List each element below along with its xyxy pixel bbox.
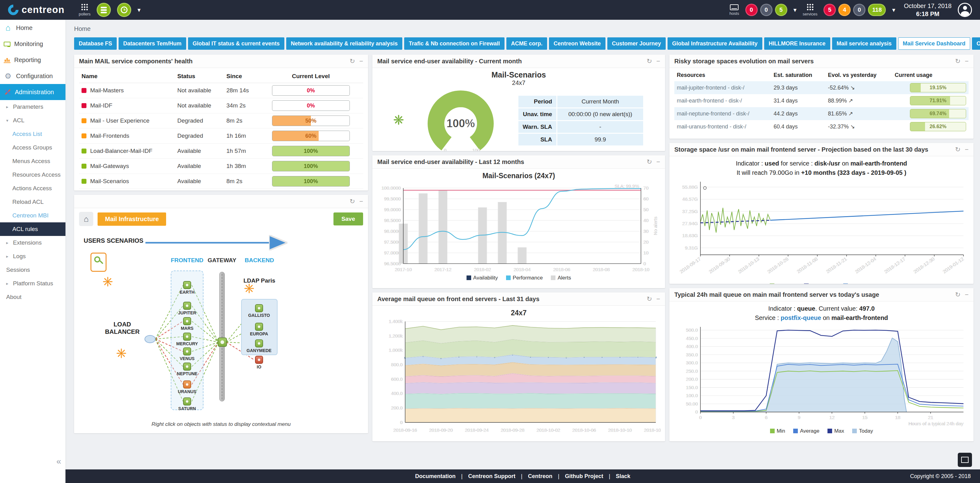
table-row[interactable]: Load-Balancer-Mail-IDFAvailable1h 57m100… (79, 143, 363, 159)
host-status-badge[interactable]: 0 (760, 4, 773, 16)
collapse-icon[interactable] (965, 57, 969, 65)
tab-global-it-status-current-events[interactable]: Global IT status & current events (188, 37, 284, 50)
sidebar-item-home[interactable]: Home (0, 20, 65, 36)
sidebar-item-access-groups[interactable]: Access Groups (0, 141, 65, 155)
load-balancer-node[interactable] (145, 335, 156, 343)
service-status-badge[interactable]: 5 (824, 4, 836, 16)
node-mars[interactable] (183, 317, 191, 325)
host-status-badge[interactable]: 5 (775, 4, 788, 16)
tab-acme-corp[interactable]: ACME corp. (506, 37, 547, 50)
centreon-logo[interactable]: centreon (8, 4, 65, 16)
sidebar-item-sessions[interactable]: Sessions (0, 263, 65, 277)
table-row[interactable]: mail-neptune-frontend - disk-/44.2 days8… (675, 107, 969, 120)
table-row[interactable]: Mail - User ExperienceDegraded8m 2s50% (79, 113, 363, 129)
sidebar-item-actions-access[interactable]: Actions Access (0, 182, 65, 195)
pollers-menu[interactable]: pollers (79, 3, 91, 16)
sidebar-item-resources-access[interactable]: Resources Access (0, 168, 65, 182)
user-profile-icon[interactable] (958, 3, 972, 17)
tab-centreon-website[interactable]: Centreon Website (549, 37, 606, 50)
sidebar-item-platform-status[interactable]: Platform Status (0, 277, 65, 290)
node-europa[interactable] (255, 323, 263, 331)
footer-link-centreon[interactable]: Centreon (528, 473, 552, 480)
refresh-icon[interactable] (646, 158, 652, 166)
node-uranus[interactable] (183, 381, 191, 389)
node-mercury[interactable] (183, 333, 191, 341)
fullscreen-button[interactable] (958, 453, 972, 467)
sidebar-item-logs[interactable]: Logs (0, 250, 65, 263)
refresh-icon[interactable] (646, 57, 652, 65)
refresh-icon[interactable] (955, 57, 961, 65)
chevron-down-icon[interactable] (892, 7, 895, 13)
service-status-badge[interactable]: 4 (838, 4, 851, 16)
tab-mail-service-analysis[interactable]: Mail service analysis (832, 37, 896, 50)
chevron-down-icon[interactable] (137, 7, 140, 13)
node-neptune[interactable] (183, 363, 191, 371)
collapse-icon[interactable] (656, 158, 660, 166)
node-venus[interactable] (183, 348, 191, 355)
poller-database-icon[interactable] (97, 3, 111, 17)
table-row[interactable]: Mail-MastersNot available28m 14s0% (79, 83, 363, 98)
tab-hillmore-insurance[interactable]: HILLMORE Insurance (764, 37, 830, 50)
service-status-badge[interactable]: 0 (853, 4, 865, 16)
service-status-badge[interactable]: 118 (868, 4, 886, 16)
footer-link-centreon-support[interactable]: Centreon Support (468, 473, 515, 480)
node-gallisto[interactable] (255, 304, 263, 312)
tab-network-availability-reliability-analysis[interactable]: Network availability & reliability analy… (286, 37, 402, 50)
save-button[interactable]: Save (334, 212, 363, 225)
sidebar-collapse-button[interactable]: « (56, 456, 61, 466)
tab-open-tickets[interactable]: Open Tickets (972, 37, 980, 50)
footer-link-github-project[interactable]: Github Project (565, 473, 603, 480)
table-row[interactable]: mail-uranus-frontend - disk-/60.4 days-3… (675, 120, 969, 133)
map-title-badge[interactable]: Mail Infrastructure (97, 212, 166, 226)
hosts-status-menu[interactable]: hosts (730, 4, 739, 16)
sidebar-item-administration[interactable]: Administration (0, 84, 65, 100)
services-status-menu[interactable]: services (803, 3, 818, 16)
collapse-icon[interactable] (965, 291, 969, 298)
map-home-button[interactable] (79, 212, 93, 226)
node-saturn[interactable] (183, 397, 191, 405)
collapse-icon[interactable] (360, 57, 363, 65)
refresh-icon[interactable] (350, 198, 355, 205)
refresh-icon[interactable] (955, 291, 961, 298)
sidebar-item-parameters[interactable]: Parameters (0, 100, 65, 114)
table-row[interactable]: Mail-BackendsAvailable56m 11s100% (79, 189, 363, 191)
sidebar-item-configuration[interactable]: Configuration (0, 68, 65, 84)
tab-database-fs[interactable]: Database FS (74, 37, 117, 50)
tab-customer-journey[interactable]: Customer Journey (607, 37, 666, 50)
collapse-icon[interactable] (965, 146, 969, 153)
sidebar-item-reporting[interactable]: Reporting (0, 52, 65, 68)
refresh-icon[interactable] (350, 57, 355, 65)
table-row[interactable]: mail-jupiter-frontend - disk-/29.3 days-… (675, 81, 969, 94)
collapse-icon[interactable] (360, 198, 363, 205)
tab-datacenters-tem-hum[interactable]: Datacenters Tem/Hum (119, 37, 186, 50)
collapse-icon[interactable] (656, 57, 660, 65)
sidebar-item-centreon-mbi[interactable]: Centreon MBI (0, 209, 65, 222)
sidebar-item-reload-acl[interactable]: Reload ACL (0, 195, 65, 209)
sidebar-item-acl-rules[interactable]: ACL rules (0, 222, 65, 236)
tab-mail-service-dashboard[interactable]: Mail Service Dashboard (898, 37, 970, 50)
footer-link-slack[interactable]: Slack (616, 473, 630, 480)
sidebar-item-menus-access[interactable]: Menus Access (0, 155, 65, 168)
sidebar-item-about[interactable]: About (0, 290, 65, 304)
table-row[interactable]: Mail-IDFNot available34m 2s0% (79, 98, 363, 113)
table-row[interactable]: mail-earth-frontend - disk-/31.4 days88.… (675, 94, 969, 107)
node-earth[interactable] (183, 281, 191, 289)
sidebar-item-monitoring[interactable]: Monitoring (0, 36, 65, 52)
node-ganymede[interactable] (255, 340, 263, 348)
sidebar-item-extensions[interactable]: Extensions (0, 236, 65, 250)
table-row[interactable]: Mail-FrontendsDegraded1h 16m60% (79, 129, 363, 143)
table-row[interactable]: Mail-GatewaysAvailable1h 38m100% (79, 159, 363, 174)
table-row[interactable]: Mail-ScenariosAvailable8m 2s100% (79, 174, 363, 189)
refresh-icon[interactable] (646, 295, 652, 303)
breadcrumb[interactable]: Home (74, 26, 974, 32)
sidebar-item-acl[interactable]: ACL (0, 114, 65, 127)
collapse-icon[interactable] (656, 295, 660, 303)
tab-global-infrastructure-availability[interactable]: Global Infrastructure Availability (668, 37, 762, 50)
host-status-badge[interactable]: 0 (745, 4, 758, 16)
node-io[interactable] (255, 356, 263, 364)
node-jupiter[interactable] (183, 302, 191, 310)
poller-latency-icon[interactable] (117, 3, 131, 17)
chevron-down-icon[interactable] (794, 7, 797, 13)
sidebar-item-access-list[interactable]: Access List (0, 127, 65, 141)
gateway-node[interactable] (218, 338, 227, 347)
